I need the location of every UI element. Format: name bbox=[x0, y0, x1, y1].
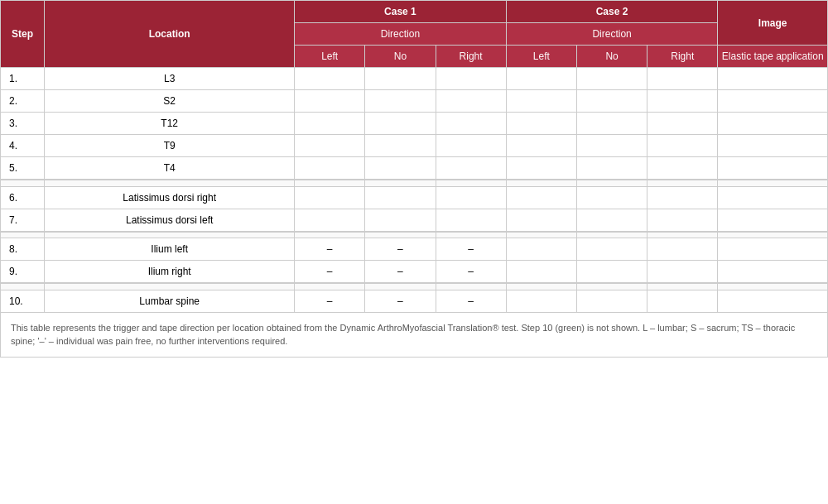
c1_right-cell: – bbox=[436, 261, 506, 284]
c2_right-cell bbox=[647, 261, 718, 284]
location-cell: T4 bbox=[45, 157, 295, 180]
separator-cell bbox=[647, 180, 718, 186]
c2_no-cell bbox=[576, 135, 647, 157]
location-cell: Ilium right bbox=[45, 261, 295, 284]
separator-cell bbox=[718, 232, 828, 238]
c1_left-cell bbox=[295, 209, 365, 232]
separator-cell bbox=[436, 180, 506, 186]
location-cell: Ilium left bbox=[45, 238, 295, 261]
c2_no-cell bbox=[576, 90, 647, 113]
c1_left-cell bbox=[295, 113, 365, 135]
c2_left-cell bbox=[506, 186, 576, 209]
c1_right-cell bbox=[436, 135, 506, 157]
image-cell bbox=[718, 157, 828, 180]
case1-direction-header: Direction bbox=[295, 23, 507, 46]
location-cell: Lumbar spine bbox=[45, 290, 295, 312]
separator-cell bbox=[365, 283, 436, 290]
step-cell: 7. bbox=[1, 209, 45, 232]
c1_right-cell bbox=[436, 68, 506, 90]
table-row: 3.T12 bbox=[1, 113, 828, 135]
c1_no-cell: – bbox=[365, 290, 436, 312]
separator-cell bbox=[295, 232, 365, 238]
c2_right-cell bbox=[647, 290, 718, 312]
c1_no-cell bbox=[365, 135, 436, 157]
case1-header: Case 1 bbox=[295, 1, 507, 23]
c1_no-cell bbox=[365, 113, 436, 135]
table-row: 10.Lumbar spine––– bbox=[1, 290, 828, 312]
c2_left-cell bbox=[506, 135, 576, 157]
c1_left-cell: – bbox=[295, 290, 365, 312]
separator-cell bbox=[576, 283, 647, 290]
location-cell: Latissimus dorsi right bbox=[45, 186, 295, 209]
separator-cell bbox=[295, 283, 365, 290]
c1_no-cell: – bbox=[365, 261, 436, 284]
main-table: Step Location Case 1 Case 2 Image Direct… bbox=[0, 0, 828, 313]
c1_right-cell: – bbox=[436, 290, 506, 312]
step-cell: 2. bbox=[1, 90, 45, 113]
c1_left-cell bbox=[295, 68, 365, 90]
table-row: 1.L3 bbox=[1, 68, 828, 90]
c1_no-cell bbox=[365, 209, 436, 232]
c2_left-cell bbox=[506, 209, 576, 232]
separator-cell bbox=[436, 232, 506, 238]
location-cell: T9 bbox=[45, 135, 295, 157]
c1_right-cell bbox=[436, 90, 506, 113]
c1_left-cell: – bbox=[295, 261, 365, 284]
c2_right-cell bbox=[647, 209, 718, 232]
footer-note: This table represents the trigger and ta… bbox=[0, 313, 828, 358]
c2_left-cell bbox=[506, 238, 576, 261]
separator-cell bbox=[45, 283, 295, 290]
case2-left-header: Left bbox=[506, 46, 576, 68]
c2_no-cell bbox=[576, 261, 647, 284]
step-cell: 3. bbox=[1, 113, 45, 135]
c2_left-cell bbox=[506, 68, 576, 90]
separator-cell bbox=[647, 232, 718, 238]
image-cell bbox=[718, 135, 828, 157]
step-cell: 5. bbox=[1, 157, 45, 180]
c2_no-cell bbox=[576, 113, 647, 135]
c2_no-cell bbox=[576, 238, 647, 261]
table-row: 6.Latissimus dorsi right bbox=[1, 186, 828, 209]
c2_right-cell bbox=[647, 238, 718, 261]
c2_right-cell bbox=[647, 157, 718, 180]
step-cell: 4. bbox=[1, 135, 45, 157]
c1_no-cell bbox=[365, 186, 436, 209]
table-row: 9.Ilium right––– bbox=[1, 261, 828, 284]
c1_no-cell: – bbox=[365, 238, 436, 261]
location-cell: S2 bbox=[45, 90, 295, 113]
image-cell bbox=[718, 290, 828, 312]
separator-cell bbox=[718, 283, 828, 290]
c1_right-cell: – bbox=[436, 238, 506, 261]
c1_right-cell bbox=[436, 113, 506, 135]
table-row: 8.Ilium left––– bbox=[1, 238, 828, 261]
c1_right-cell bbox=[436, 186, 506, 209]
c1_no-cell bbox=[365, 157, 436, 180]
separator-cell bbox=[506, 180, 576, 186]
separator-cell bbox=[365, 180, 436, 186]
separator-cell bbox=[436, 283, 506, 290]
c2_right-cell bbox=[647, 68, 718, 90]
c1_right-cell bbox=[436, 157, 506, 180]
c2_no-cell bbox=[576, 157, 647, 180]
separator-cell bbox=[1, 180, 45, 186]
step-cell: 8. bbox=[1, 238, 45, 261]
image-cell bbox=[718, 186, 828, 209]
image-header: Image bbox=[718, 1, 828, 46]
table-row: 2.S2 bbox=[1, 90, 828, 113]
location-cell: Latissimus dorsi left bbox=[45, 209, 295, 232]
image-cell bbox=[718, 261, 828, 284]
separator-cell bbox=[1, 232, 45, 238]
c2_left-cell bbox=[506, 261, 576, 284]
separator-cell bbox=[718, 180, 828, 186]
table-row: 7.Latissimus dorsi left bbox=[1, 209, 828, 232]
c2_right-cell bbox=[647, 90, 718, 113]
case2-no-header: No bbox=[576, 46, 647, 68]
c1_right-cell bbox=[436, 209, 506, 232]
separator-cell bbox=[506, 283, 576, 290]
step-cell: 1. bbox=[1, 68, 45, 90]
c2_right-cell bbox=[647, 135, 718, 157]
c2_no-cell bbox=[576, 209, 647, 232]
step-cell: 6. bbox=[1, 186, 45, 209]
c1_no-cell bbox=[365, 90, 436, 113]
c2_no-cell bbox=[576, 68, 647, 90]
